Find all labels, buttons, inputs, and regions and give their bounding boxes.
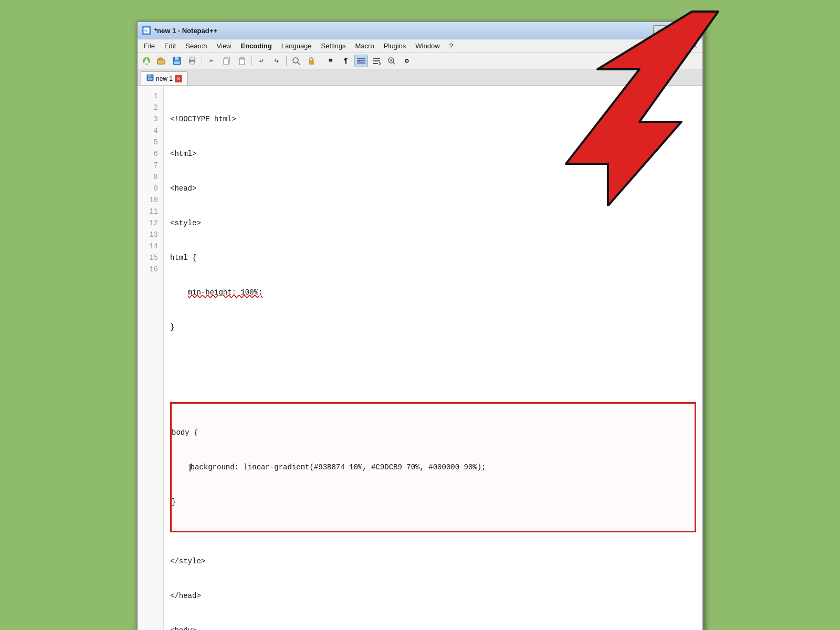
line-number-1: 1: [138, 90, 163, 102]
toolbar-paste[interactable]: [235, 55, 249, 67]
tab-close-button[interactable]: ✕: [175, 75, 182, 82]
line-number-2: 2: [138, 102, 163, 113]
toolbar-find[interactable]: [289, 55, 303, 67]
toolbar-word-wrap[interactable]: [370, 55, 383, 67]
line-number-15: 15: [138, 252, 163, 264]
svg-marker-25: [359, 60, 361, 62]
menu-bar: File Edit Search View Encoding Language …: [138, 39, 702, 53]
line-numbers: 1 2 3 4 5 6 7 8 9 10 11 12 13 14 15 16: [138, 86, 164, 630]
toolbar-divider-4: [321, 56, 321, 66]
restore-button[interactable]: ❐: [669, 25, 682, 36]
code-line-6: min-height: 100%;: [170, 287, 696, 298]
code-line-12: </style>: [170, 555, 696, 567]
svg-rect-27: [373, 60, 380, 61]
menu-encoding[interactable]: Encoding: [237, 41, 276, 51]
line-number-16: 16: [138, 264, 163, 275]
menu-view[interactable]: View: [213, 41, 236, 51]
tab-label: new 1: [156, 75, 173, 82]
svg-rect-12: [190, 57, 194, 60]
svg-rect-9: [175, 57, 178, 60]
minimize-button[interactable]: —: [653, 25, 667, 36]
menu-settings[interactable]: Settings: [317, 41, 350, 51]
code-line-5: html {: [170, 252, 696, 264]
svg-rect-28: [373, 63, 378, 64]
tab-icon: [146, 74, 154, 83]
svg-rect-13: [190, 61, 194, 64]
toolbar-open[interactable]: [155, 55, 169, 67]
toolbar-align-right[interactable]: ≡: [324, 55, 338, 67]
menu-plugins[interactable]: Plugins: [380, 41, 411, 51]
line-number-6: 6: [138, 148, 163, 160]
toolbar-new[interactable]: [140, 55, 153, 67]
menu-help[interactable]: ?: [445, 41, 457, 51]
line-number-11: 11: [138, 206, 163, 217]
svg-line-20: [298, 62, 300, 65]
menu-edit[interactable]: Edit: [160, 41, 180, 51]
toolbar-redo[interactable]: ↪: [270, 55, 284, 67]
line-number-13: 13: [138, 229, 163, 240]
svg-rect-21: [309, 60, 314, 65]
code-line-2: <html>: [170, 148, 696, 160]
code-line-13: </head>: [170, 590, 696, 602]
line-number-8: 8: [138, 171, 163, 183]
line-number-14: 14: [138, 240, 163, 252]
editor-area: 1 2 3 4 5 6 7 8 9 10 11 12 13 14 15 16 <…: [138, 86, 702, 630]
svg-rect-10: [174, 61, 180, 64]
code-line-3: <head>: [170, 183, 696, 194]
menu-close-x[interactable]: X: [689, 41, 700, 51]
app-icon: N: [142, 26, 151, 35]
close-button[interactable]: ✕: [685, 25, 698, 36]
line-number-9: 9: [138, 183, 163, 194]
code-line-11: }: [172, 496, 695, 508]
toolbar-save[interactable]: [170, 55, 184, 67]
line-number-7: 7: [138, 160, 163, 171]
code-line-4: <style>: [170, 217, 696, 229]
code-line-10: background: linear-gradient(#93B874 10%,…: [172, 461, 695, 473]
line-number-10: 10: [138, 194, 163, 206]
toolbar-copy[interactable]: [220, 55, 234, 67]
line-number-3: 3: [138, 113, 163, 125]
code-line-14: <body>: [170, 625, 696, 630]
line-number-12: 12: [138, 217, 163, 229]
svg-rect-35: [148, 78, 152, 80]
toolbar-undo[interactable]: ↩: [255, 55, 268, 67]
line-number-4: 4: [138, 125, 163, 136]
svg-rect-18: [240, 57, 244, 59]
toolbar-paragraph[interactable]: ¶: [339, 55, 353, 67]
toolbar: ✂ ↩ ↪ ≡ ¶ ⚙: [138, 53, 702, 69]
menu-macro[interactable]: Macro: [351, 41, 379, 51]
svg-rect-34: [148, 75, 151, 77]
svg-rect-26: [373, 58, 380, 59]
svg-rect-7: [158, 60, 165, 64]
code-line-9: body {: [172, 427, 695, 438]
toolbar-zoom-in[interactable]: [385, 55, 398, 67]
window-title: *new 1 - Notepad++: [154, 27, 217, 35]
line-number-5: 5: [138, 136, 163, 148]
highlight-block: body { background: linear-gradient(#93B8…: [170, 402, 696, 532]
toolbar-cut[interactable]: ✂: [205, 55, 218, 67]
window-controls: — ❐ ✕: [653, 25, 698, 36]
code-content[interactable]: <!DOCTYPE html> <html> <head> <style> ht…: [164, 86, 702, 630]
toolbar-divider-1: [202, 56, 202, 66]
code-line-7: }: [170, 321, 696, 333]
toolbar-lock[interactable]: [304, 55, 318, 67]
toolbar-print[interactable]: [185, 55, 199, 67]
menu-language[interactable]: Language: [277, 41, 316, 51]
menu-window[interactable]: Window: [411, 41, 444, 51]
toolbar-indent[interactable]: [354, 55, 368, 67]
toolbar-divider-3: [286, 56, 287, 66]
code-line-8: [170, 356, 696, 368]
tab-bar: new 1 ✕: [138, 69, 702, 86]
svg-text:N: N: [144, 28, 148, 33]
svg-line-30: [393, 62, 395, 65]
code-line-1: <!DOCTYPE html>: [170, 113, 696, 125]
svg-point-14: [194, 60, 195, 61]
toolbar-divider-2: [251, 56, 252, 66]
svg-rect-6: [159, 58, 162, 60]
menu-search[interactable]: Search: [181, 41, 211, 51]
toolbar-settings[interactable]: ⚙: [400, 55, 414, 67]
svg-point-19: [293, 58, 298, 63]
tab-new1[interactable]: new 1 ✕: [141, 71, 188, 85]
title-bar: N *new 1 - Notepad++ — ❐ ✕: [138, 22, 702, 39]
menu-file[interactable]: File: [140, 41, 159, 51]
